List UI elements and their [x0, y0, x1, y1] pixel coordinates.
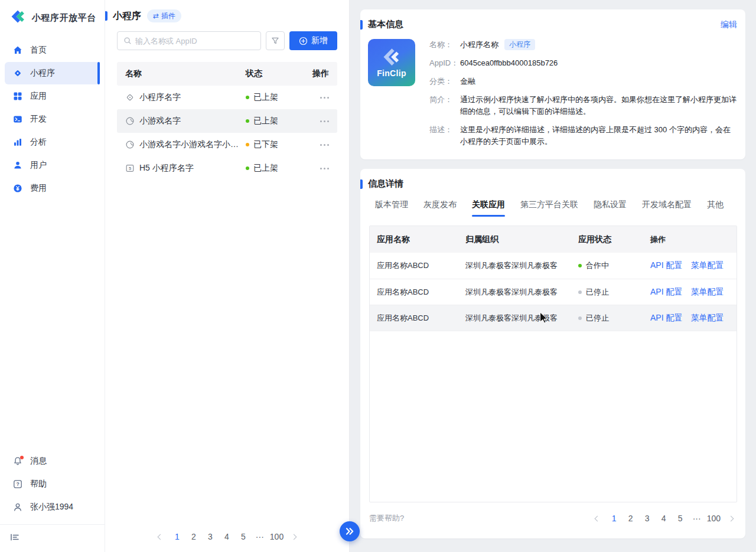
- tab-version-management[interactable]: 版本管理: [375, 200, 408, 217]
- title-accent-bar: [105, 11, 107, 21]
- api-config-link[interactable]: API 配置: [650, 260, 682, 271]
- api-config-link[interactable]: API 配置: [650, 287, 682, 298]
- next-page-icon[interactable]: [724, 511, 737, 525]
- sidebar-item-label: 应用: [30, 91, 47, 102]
- edit-link[interactable]: 编辑: [721, 19, 737, 30]
- next-page-icon[interactable]: [287, 530, 300, 544]
- bar-chart-icon: [13, 138, 22, 147]
- miniprogram-table: 名称 状态 操作 小程序名字 已上架 小: [117, 62, 337, 180]
- col-app-name: 应用名称: [370, 234, 458, 245]
- page-number[interactable]: 3: [204, 530, 217, 544]
- table-row[interactable]: 应用名称ABCD 深圳凡泰极客深圳凡泰极客 已停止 API 配置 菜单配置: [370, 279, 737, 305]
- info-detail-title: 信息详情: [368, 178, 403, 190]
- app-logo-label: FinClip: [377, 68, 406, 78]
- tab-linked-apps[interactable]: 关联应用: [472, 200, 505, 217]
- plugin-switch-badge[interactable]: 插件: [147, 9, 181, 22]
- page-number[interactable]: 100: [270, 530, 284, 544]
- more-actions-button[interactable]: [320, 94, 329, 101]
- menu-config-link[interactable]: 菜单配置: [690, 287, 724, 298]
- search-box: [117, 31, 261, 50]
- sidebar-item-messages[interactable]: 消息: [5, 450, 100, 472]
- more-pages-icon[interactable]: ···: [690, 511, 703, 525]
- status-dot: [578, 316, 582, 320]
- sidebar-item-miniprogram[interactable]: 小程序: [5, 62, 100, 84]
- sidebar-item-analytics[interactable]: 分析: [5, 131, 100, 153]
- home-icon: [13, 45, 22, 55]
- basic-info-title: 基本信息: [368, 19, 403, 30]
- app-name-value: 小程序名称: [460, 40, 498, 49]
- field-label: 分类：: [429, 76, 460, 87]
- sidebar-item-label: 用户: [30, 160, 47, 171]
- page-number[interactable]: 4: [220, 530, 233, 544]
- sidebar-item-account[interactable]: 张小强1994: [5, 496, 100, 518]
- expand-panel-button[interactable]: [340, 521, 360, 541]
- app-logo: FinClip: [368, 39, 415, 86]
- sidebar-item-label: 分析: [30, 137, 47, 148]
- card-accent-bar: [360, 20, 363, 30]
- page-number[interactable]: 2: [187, 530, 200, 544]
- page-number[interactable]: 4: [657, 511, 670, 525]
- detail-pagination: 1 2 3 4 5 ··· 100: [591, 511, 737, 525]
- prev-page-icon[interactable]: [154, 530, 167, 544]
- swap-arrows-icon: [153, 12, 159, 20]
- tab-privacy-settings[interactable]: 隐私设置: [594, 200, 627, 217]
- row-name: 小游戏名字小游戏名字小游戏名字: [139, 139, 246, 150]
- api-config-link[interactable]: API 配置: [650, 313, 682, 324]
- svg-text:5: 5: [129, 166, 131, 171]
- sidebar-item-billing[interactable]: 费用: [5, 177, 100, 200]
- more-actions-button[interactable]: [320, 142, 329, 148]
- table-row[interactable]: 小程序名字 已上架: [117, 86, 337, 109]
- status-dot: [246, 166, 249, 170]
- table-row-hovered[interactable]: 应用名称ABCD 深圳凡泰极客深圳凡泰极客 已停止 API 配置 菜单配置: [370, 305, 737, 331]
- miniprogram-tag[interactable]: 小程序: [504, 39, 535, 50]
- sidebar: 小程序开放平台 首页 小程序 应用: [0, 0, 105, 552]
- table-row[interactable]: 5 H5 小程序名字 已上架: [117, 156, 337, 180]
- prev-page-icon[interactable]: [591, 511, 604, 525]
- add-button-label: 新增: [311, 35, 328, 46]
- tab-third-party-platform[interactable]: 第三方平台关联: [520, 200, 578, 217]
- more-actions-button[interactable]: [320, 118, 329, 125]
- page-number[interactable]: 3: [641, 511, 654, 525]
- tab-dev-domain-config[interactable]: 开发域名配置: [642, 200, 692, 217]
- add-miniprogram-button[interactable]: 新增: [289, 31, 337, 50]
- sidebar-item-help[interactable]: ? 帮助: [5, 473, 100, 495]
- app-name: 应用名称ABCD: [370, 287, 458, 298]
- table-row-selected[interactable]: 小游戏名字 已上架: [117, 109, 337, 133]
- page-number[interactable]: 5: [237, 530, 250, 544]
- page-number[interactable]: 100: [707, 511, 721, 525]
- menu-config-link[interactable]: 菜单配置: [690, 313, 724, 324]
- status-dot: [246, 96, 249, 99]
- sidebar-item-label: 开发: [30, 114, 47, 125]
- tab-gray-release[interactable]: 灰度发布: [423, 200, 457, 217]
- table-header: 应用名称 归属组织 应用状态 操作: [370, 226, 737, 253]
- menu-config-link[interactable]: 菜单配置: [690, 260, 724, 271]
- brand: 小程序开放平台: [0, 0, 105, 34]
- table-row[interactable]: 应用名称ABCD 深圳凡泰极客深圳凡泰极客 合作中 API 配置 菜单配置: [370, 253, 737, 279]
- field-label: 名称：: [429, 39, 460, 51]
- page-number[interactable]: 2: [624, 511, 637, 525]
- sidebar-item-home[interactable]: 首页: [5, 39, 100, 61]
- help-icon: ?: [13, 479, 22, 489]
- col-app-status: 应用状态: [571, 234, 643, 245]
- sidebar-collapse-row: [0, 524, 105, 552]
- sidebar-item-users[interactable]: 用户: [5, 154, 100, 177]
- tab-other[interactable]: 其他: [707, 200, 724, 217]
- filter-button[interactable]: [266, 31, 285, 50]
- list-pagination: 1 2 3 4 5 ··· 100: [105, 530, 349, 544]
- table-row[interactable]: 小游戏名字小游戏名字小游戏名字 已下架: [117, 133, 337, 156]
- more-actions-button[interactable]: [320, 165, 329, 172]
- need-help-link[interactable]: 需要帮助?: [369, 513, 404, 524]
- filter-funnel-icon: [271, 37, 279, 45]
- sidebar-item-apps[interactable]: 应用: [5, 85, 100, 107]
- search-input[interactable]: [135, 37, 255, 45]
- basic-info-card: 基本信息 编辑 FinClip 名称： 小程序名称小程序: [360, 9, 745, 159]
- page-number[interactable]: 5: [674, 511, 687, 525]
- page-number[interactable]: 1: [171, 530, 184, 544]
- page-number[interactable]: 1: [608, 511, 621, 525]
- intro-value: 通过示例小程序快速了解小程序中的各项内容。如果你想在这里了解小程序更加详细的信息…: [460, 94, 737, 117]
- collapse-sidebar-icon[interactable]: [9, 532, 20, 543]
- field-label: 描述：: [429, 124, 460, 148]
- sidebar-item-develop[interactable]: 开发: [5, 108, 100, 130]
- more-pages-icon[interactable]: ···: [253, 530, 266, 544]
- row-name: 小程序名字: [139, 92, 181, 103]
